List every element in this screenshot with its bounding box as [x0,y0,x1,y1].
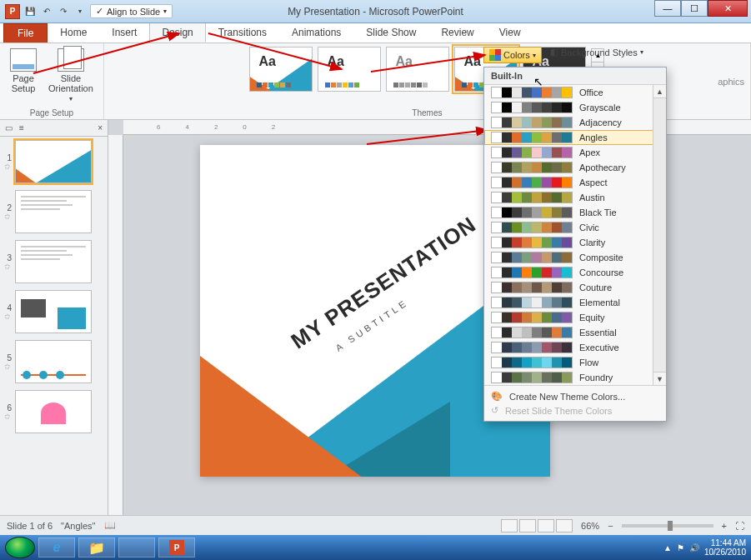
theme-thumb[interactable]: Aa [249,47,313,92]
color-scheme-item[interactable]: Austin [484,190,666,205]
file-tab[interactable]: File [3,23,48,42]
color-scheme-item[interactable]: Black Tie [484,205,666,220]
sorter-view-button[interactable] [519,519,536,532]
color-scheme-item[interactable]: Essential [484,325,666,340]
color-scheme-item[interactable]: Grayscale [484,100,666,115]
clock[interactable]: 11:44 AM 10/26/2010 [704,538,746,557]
color-swatch-strip [491,282,573,293]
zoom-in-icon[interactable]: + [722,521,727,531]
color-swatch-strip [491,342,573,353]
color-scheme-item[interactable]: Office [484,85,666,100]
slide-thumbnail[interactable]: 1✩ [0,137,108,187]
tab-review[interactable]: Review [428,22,486,42]
slide-thumbnail[interactable]: 2✩ [0,187,108,237]
color-scheme-item[interactable]: Civic [484,220,666,235]
slides-panel: ▭ ≡ × 1✩2✩3✩4✩5✩6✩ [0,120,108,515]
tab-design[interactable]: Design [149,22,205,42]
slide-orientation-button[interactable]: Slide Orientation ▾ [45,47,97,104]
colors-button[interactable]: Colors ▾ [483,47,542,63]
title-bar: P 💾 ↶ ↷ ▾ ✓ Align to Slide ▾ My Presenta… [0,0,751,23]
color-scheme-item[interactable]: Executive [484,340,666,355]
color-scheme-item[interactable]: Composite [484,250,666,265]
taskbar-powerpoint[interactable]: P [158,538,195,558]
theme-thumb[interactable]: Aa [318,47,381,92]
color-scheme-label: Clarity [579,238,605,248]
taskbar-unknown[interactable] [118,538,155,558]
save-icon[interactable]: 💾 [23,5,37,18]
undo-icon[interactable]: ↶ [40,5,53,18]
color-scheme-item[interactable]: Aspect [484,175,666,190]
slide-thumbnail[interactable]: 6✩ [0,387,108,437]
slide-thumbnail[interactable]: 4✩ [0,287,108,337]
scrollbar[interactable]: ▲ ▼ [653,85,666,385]
tab-animations[interactable]: Animations [279,22,353,42]
start-button[interactable] [5,537,35,558]
color-scheme-item[interactable]: Apothecary [484,160,666,175]
maximize-button[interactable]: ☐ [681,0,708,17]
color-scheme-item[interactable]: Flow [484,355,666,370]
taskbar-explorer[interactable]: 📁 [78,538,115,558]
tray-network-icon[interactable]: 🔊 [689,543,699,552]
minimize-button[interactable]: — [654,0,681,17]
tab-insert[interactable]: Insert [99,22,149,42]
color-swatch-strip [491,192,573,203]
redo-icon[interactable]: ↷ [57,5,70,18]
normal-view-button[interactable] [501,519,518,532]
color-scheme-label: Grayscale [579,102,621,112]
chevron-down-icon: ▾ [163,8,167,15]
tray-flag-icon[interactable]: ⚑ [677,543,684,552]
color-swatch-strip [491,297,573,308]
slide-thumbnail[interactable]: 5✩ [0,337,108,387]
color-scheme-label: Couture [579,282,612,292]
slideshow-view-button[interactable] [556,519,573,532]
zoom-slider[interactable] [622,524,713,528]
slides-tab-icon[interactable]: ▭ [5,123,13,132]
panel-close-icon[interactable]: × [98,123,103,132]
zoom-out-icon[interactable]: − [608,521,613,531]
page-setup-group: Page Setup Slide Orientation ▾ Page Setu… [0,43,104,119]
qat-more-icon[interactable]: ▾ [73,5,87,18]
background-styles-button[interactable]: ◧ Background Styles ▾ [550,47,643,58]
color-scheme-label: Office [579,88,603,98]
color-scheme-item[interactable]: Adjacency [484,115,666,130]
reading-view-button[interactable] [538,519,554,532]
slide-thumbnail[interactable]: 3✩ [0,237,108,287]
color-scheme-item[interactable]: Foundry [484,370,666,385]
color-scheme-item[interactable]: Concourse [484,265,666,280]
tab-view[interactable]: View [487,22,533,42]
chevron-down-icon: ▾ [533,52,536,59]
color-swatch-strip [491,117,573,128]
color-scheme-label: Essential [579,328,617,338]
system-tray[interactable]: ▲ ⚑ 🔊 11:44 AM 10/26/2010 [663,538,746,557]
align-label: Align to Slide [107,7,160,17]
spellcheck-icon[interactable]: 📖 [104,520,116,531]
color-scheme-item[interactable]: Clarity [484,235,666,250]
color-swatch-strip [491,132,573,143]
color-swatch-strip [491,237,573,248]
color-scheme-label: Black Tie [579,208,617,218]
close-button[interactable]: ✕ [708,0,748,17]
page-setup-button[interactable]: Page Setup [7,47,40,104]
tab-transitions[interactable]: Transitions [206,22,279,42]
ribbon-tabs: File Home Insert Design Transitions Anim… [0,23,751,43]
align-to-slide-toggle[interactable]: ✓ Align to Slide ▾ [90,4,173,18]
tray-up-icon[interactable]: ▲ [663,543,672,552]
tab-home[interactable]: Home [48,22,99,42]
zoom-value[interactable]: 66% [581,521,599,531]
theme-thumb[interactable]: Aa [386,47,449,92]
color-scheme-label: Equity [579,312,605,322]
scroll-down-icon[interactable]: ▼ [653,372,666,385]
color-scheme-item[interactable]: Apex [484,145,666,160]
color-scheme-item[interactable]: Couture [484,280,666,295]
bgstyles-label: Background Styles [561,48,638,58]
color-scheme-item[interactable]: Equity [484,310,666,325]
outline-tab-icon[interactable]: ≡ [19,123,24,132]
taskbar-ie[interactable]: e [38,538,75,558]
color-scheme-item[interactable]: Angles [484,130,666,145]
page-setup-label: Page Setup [12,73,36,93]
tab-slide-show[interactable]: Slide Show [353,22,428,42]
scroll-up-icon[interactable]: ▲ [653,85,666,98]
create-new-theme-colors[interactable]: 🎨 Create New Theme Colors... [484,389,666,403]
fit-window-icon[interactable]: ⛶ [735,521,744,531]
color-scheme-item[interactable]: Elemental [484,295,666,310]
